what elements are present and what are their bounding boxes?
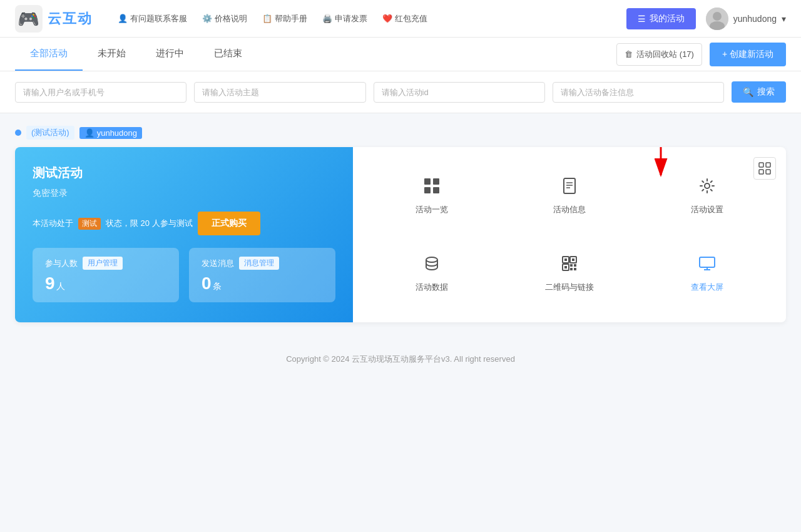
action-big-screen[interactable]: 查看大屏 xyxy=(641,245,773,303)
svg-rect-8 xyxy=(433,187,439,193)
heart-icon: ❤️ xyxy=(382,14,392,23)
action-label-overview: 活动一览 xyxy=(416,204,448,215)
tab-all-activities[interactable]: 全部活动 xyxy=(15,38,83,71)
database-icon xyxy=(423,255,441,277)
svg-rect-29 xyxy=(766,163,770,167)
svg-rect-5 xyxy=(424,178,431,185)
svg-rect-7 xyxy=(424,187,431,193)
person-icon: 👤 xyxy=(118,14,128,23)
action-label-data: 活动数据 xyxy=(416,282,448,293)
nav-customer-service[interactable]: 👤 有问题联系客服 xyxy=(118,13,187,24)
list-icon: ☰ xyxy=(638,14,646,24)
action-label-qrcode: 二维码与链接 xyxy=(545,282,594,293)
messages-stat: 发送消息 消息管理 0条 xyxy=(189,248,335,302)
book-icon: 📋 xyxy=(262,14,272,23)
logo-text: 云互动 xyxy=(48,9,93,28)
activity-subtitle: 免密登录 xyxy=(33,188,335,199)
avatar xyxy=(706,8,728,30)
filter-tag-activity[interactable]: (测试活动) xyxy=(26,126,74,140)
svg-rect-28 xyxy=(759,163,763,167)
qrcode-icon xyxy=(561,255,578,277)
participants-stat: 参与人数 用户管理 9人 xyxy=(33,248,179,302)
search-icon: 🔍 xyxy=(743,87,753,97)
activity-title: 测试活动 xyxy=(33,165,335,182)
username-label: yunhudong xyxy=(733,14,777,24)
filter-tags: (测试活动) 👤 yunhudong xyxy=(15,126,786,140)
gear-small-icon: ⚙️ xyxy=(202,14,212,23)
svg-rect-30 xyxy=(759,170,763,174)
user-tag-icon: 👤 xyxy=(84,128,94,138)
svg-rect-24 xyxy=(574,268,576,270)
copyright-text: Copyright © 2024 云互动现场互动服务平台v3. All righ… xyxy=(286,354,515,364)
messages-value: 0条 xyxy=(202,274,323,294)
svg-rect-16 xyxy=(564,258,567,261)
search-username-input[interactable] xyxy=(15,82,186,103)
user-manage-button[interactable]: 用户管理 xyxy=(83,257,123,270)
activity-desc: 本活动处于 测试 状态，限 20 人参与测试 正式购买 xyxy=(33,212,335,235)
svg-rect-31 xyxy=(766,170,770,174)
filter-tag-user[interactable]: 👤 yunhudong xyxy=(79,127,142,139)
tabs-bar: 全部活动 未开始 进行中 已结束 🗑 活动回收站 (17) + 创建新活动 xyxy=(0,38,801,71)
svg-rect-21 xyxy=(570,264,573,267)
printer-icon: 🖨️ xyxy=(322,14,332,23)
trash-icon: 🗑 xyxy=(625,49,633,59)
svg-rect-25 xyxy=(700,257,715,267)
footer: Copyright © 2024 云互动现场互动服务平台v3. All righ… xyxy=(0,335,801,384)
action-label-info: 活动信息 xyxy=(553,204,586,215)
search-id-input[interactable] xyxy=(374,82,545,103)
action-label-bigscreen: 查看大屏 xyxy=(691,282,723,293)
search-button[interactable]: 🔍 搜索 xyxy=(732,81,786,103)
svg-text:🎮: 🎮 xyxy=(18,9,39,29)
tag-dot-indicator xyxy=(15,130,21,136)
stats-row: 参与人数 用户管理 9人 发送消息 消息管理 0条 xyxy=(33,248,335,302)
action-activity-overview[interactable]: 活动一览 xyxy=(365,167,498,225)
action-qrcode[interactable]: 二维码与链接 xyxy=(503,245,636,303)
message-manage-button[interactable]: 消息管理 xyxy=(239,257,279,270)
tab-not-started[interactable]: 未开始 xyxy=(83,38,141,71)
recycle-bin-button[interactable]: 🗑 活动回收站 (17) xyxy=(616,43,702,66)
activity-card: 测试活动 免密登录 本活动处于 测试 状态，限 20 人参与测试 正式购买 参与… xyxy=(15,147,786,322)
file-icon xyxy=(561,177,578,199)
header: 🎮 云互动 👤 有问题联系客服 ⚙️ 价格说明 📋 帮助手册 🖨️ 申请发票 ❤… xyxy=(0,0,801,38)
action-activity-info[interactable]: 活动信息 xyxy=(503,167,636,225)
search-theme-input[interactable] xyxy=(194,82,365,103)
nav-invoice[interactable]: 🖨️ 申请发票 xyxy=(322,13,367,24)
activity-card-right: 活动一览 活动信息 xyxy=(353,147,786,322)
svg-point-3 xyxy=(713,12,722,21)
search-note-input[interactable] xyxy=(553,82,724,103)
create-activity-button[interactable]: + 创建新活动 xyxy=(710,43,786,66)
svg-rect-18 xyxy=(572,258,574,261)
grid-toggle-icon xyxy=(758,162,771,175)
user-menu[interactable]: yunhudong ▾ xyxy=(706,8,786,30)
monitor-icon xyxy=(698,255,716,277)
svg-rect-22 xyxy=(574,264,576,267)
test-badge: 测试 xyxy=(78,218,101,230)
svg-point-14 xyxy=(426,257,437,262)
svg-rect-23 xyxy=(570,268,573,270)
dropdown-icon: ▾ xyxy=(782,14,786,24)
header-right: ☰ 我的活动 yunhudong ▾ xyxy=(626,8,786,30)
main-content: (测试活动) 👤 yunhudong 测试活动 免密登录 本活动处于 测试 状态… xyxy=(0,113,801,335)
svg-point-13 xyxy=(705,183,710,188)
action-label-settings: 活动设置 xyxy=(691,204,723,215)
nav-recharge[interactable]: ❤️ 红包充值 xyxy=(382,13,427,24)
svg-rect-6 xyxy=(433,178,439,185)
grid-icon xyxy=(423,177,441,199)
grid-view-toggle[interactable] xyxy=(753,157,776,180)
action-activity-data[interactable]: 活动数据 xyxy=(365,245,498,303)
nav-links: 👤 有问题联系客服 ⚙️ 价格说明 📋 帮助手册 🖨️ 申请发票 ❤️ 红包充值 xyxy=(118,13,626,24)
participants-value: 9人 xyxy=(45,274,166,294)
svg-rect-9 xyxy=(564,178,575,193)
buy-button[interactable]: 正式购买 xyxy=(198,212,260,235)
tab-ended[interactable]: 已结束 xyxy=(199,38,257,71)
my-activity-button[interactable]: ☰ 我的活动 xyxy=(626,8,696,29)
logo-area: 🎮 云互动 xyxy=(15,5,93,33)
nav-pricing[interactable]: ⚙️ 价格说明 xyxy=(202,13,247,24)
search-bar: 🔍 搜索 xyxy=(0,71,801,113)
settings-gear-icon xyxy=(698,177,716,199)
logo-icon: 🎮 xyxy=(15,5,43,33)
tab-in-progress[interactable]: 进行中 xyxy=(141,38,199,71)
activity-card-left: 测试活动 免密登录 本活动处于 测试 状态，限 20 人参与测试 正式购买 参与… xyxy=(15,147,353,322)
nav-help[interactable]: 📋 帮助手册 xyxy=(262,13,307,24)
svg-rect-20 xyxy=(564,266,567,269)
